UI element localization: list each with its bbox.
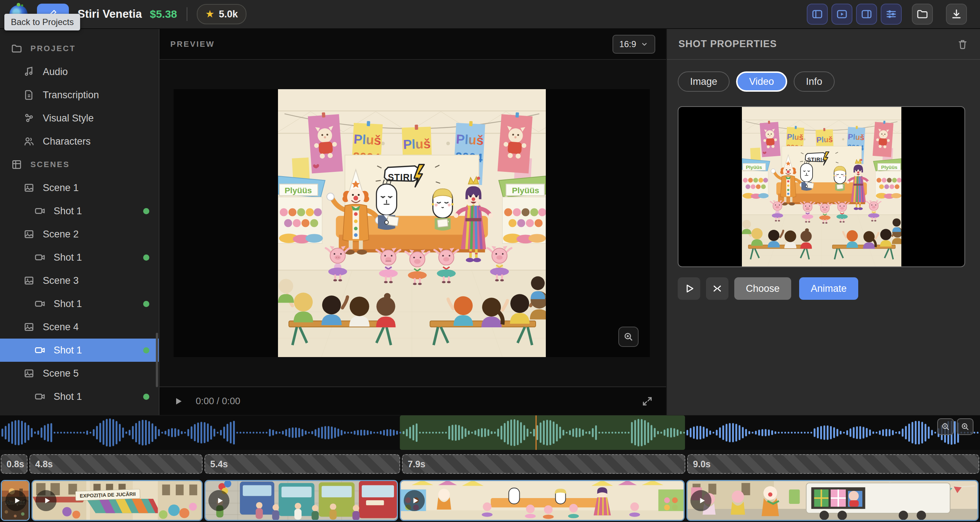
panel-right-icon	[861, 8, 873, 20]
shot-video-thumbnail[interactable]	[678, 106, 965, 267]
sidebar-item-scene-1[interactable]: Scene 1	[0, 176, 159, 199]
trim-icon	[712, 283, 723, 294]
sidebar-item-scene-4-shot-1[interactable]: Shot 1	[0, 339, 159, 362]
clip-play-overlay[interactable]	[35, 490, 57, 511]
sidebar-item-scene-2[interactable]: Scene 2	[0, 223, 159, 246]
tab-info[interactable]: Info	[794, 72, 835, 92]
panel-left-icon	[811, 8, 823, 20]
sidebar-item-scene-1-shot-1[interactable]: Shot 1	[0, 199, 159, 223]
sidebar-item-scene-3-shot-1[interactable]: Shot 1	[0, 292, 159, 315]
topbar-divider	[187, 7, 188, 21]
sidebar: PROJECT Audio Transcription Visual Style…	[0, 29, 159, 415]
sidebar-item-scene-3[interactable]: Scene 3	[0, 269, 159, 292]
play-button[interactable]	[172, 396, 183, 407]
choose-button[interactable]: Choose	[734, 277, 791, 300]
timeline-zoom-out-button[interactable]	[937, 419, 954, 435]
segment-3[interactable]: 5.4s	[204, 454, 400, 474]
download-icon	[950, 8, 963, 20]
image-icon	[23, 321, 35, 333]
clip-play-overlay[interactable]	[5, 490, 27, 511]
folder-icon	[11, 43, 22, 54]
segment-2[interactable]: 4.8s	[29, 454, 203, 474]
toggle-timeline-panel-button[interactable]	[881, 4, 902, 25]
toggle-left-panel-button[interactable]	[807, 4, 828, 25]
video-camera-icon	[34, 298, 46, 310]
clip-play-overlay[interactable]	[208, 490, 229, 511]
play-icon	[697, 496, 706, 505]
segment-1[interactable]: 0.8s	[1, 454, 27, 474]
toggle-right-panel-button[interactable]	[856, 4, 877, 25]
shot-properties-tabs: Image Video Info	[678, 72, 969, 92]
preview-title: PREVIEW	[170, 40, 215, 49]
shot-properties-title: SHOT PROPERTIES	[678, 38, 777, 50]
fullscreen-button[interactable]	[641, 395, 653, 407]
video-camera-icon	[34, 391, 46, 403]
shot-properties-header: SHOT PROPERTIES	[667, 29, 980, 60]
star-icon: ★	[205, 9, 215, 19]
clip-toy-expo-street[interactable]: EXPOZIȚIA DE JUCĂRII	[32, 480, 203, 521]
sidebar-item-characters[interactable]: Characters	[0, 130, 159, 153]
status-dot	[143, 301, 149, 307]
users-icon	[23, 135, 35, 147]
video-camera-icon	[34, 344, 46, 356]
app-window: Back to Projects Stiri Venetia $5.38 ★ 5…	[0, 0, 980, 522]
sidebar-scrollbar[interactable]	[156, 333, 158, 387]
sidebar-item-audio[interactable]: Audio	[0, 60, 159, 83]
image-icon	[23, 228, 35, 240]
audio-waveform[interactable]	[0, 415, 980, 450]
top-bar: Back to Projects Stiri Venetia $5.38 ★ 5…	[0, 0, 980, 29]
project-files-button[interactable]	[912, 4, 933, 25]
clip-play-overlay[interactable]	[690, 490, 711, 511]
credits-badge[interactable]: ★ 5.0k	[197, 4, 247, 24]
tab-image[interactable]: Image	[678, 72, 730, 92]
sidebar-item-scene-5-shot-1[interactable]: Shot 1	[0, 385, 159, 408]
aspect-ratio-select[interactable]: 16:9	[612, 35, 655, 54]
shot-properties-panel: SHOT PROPERTIES Image Video Info Choose …	[666, 29, 980, 415]
project-budget: $5.38	[150, 8, 177, 20]
back-to-projects-tooltip: Back to Projects	[4, 14, 80, 30]
magnifier-plus-icon	[961, 422, 970, 431]
style-dots-icon	[23, 112, 35, 124]
segment-4[interactable]: 7.9s	[402, 454, 685, 474]
preview-stage[interactable]	[173, 89, 650, 357]
sidebar-item-transcription[interactable]: Transcription	[0, 83, 159, 107]
credits-count: 5.0k	[219, 9, 238, 20]
animate-button[interactable]: Animate	[799, 277, 858, 300]
trim-shot-button[interactable]	[706, 277, 729, 300]
sidebar-item-scene-4[interactable]: Scene 4	[0, 315, 159, 339]
playback-time: 0:00 / 0:00	[196, 395, 240, 407]
sidebar-item-scene-5[interactable]: Scene 5	[0, 362, 159, 385]
video-camera-icon	[34, 205, 46, 217]
image-icon	[23, 368, 35, 379]
play-icon	[215, 496, 224, 505]
status-dot	[143, 255, 149, 261]
status-dot	[143, 394, 149, 400]
delete-shot-button[interactable]	[957, 38, 969, 50]
segment-5[interactable]: 9.0s	[687, 454, 979, 474]
magnifier-plus-icon	[623, 331, 634, 342]
sidebar-section-project: PROJECT	[0, 37, 159, 60]
shot-video-frame	[742, 107, 901, 266]
timeline-zoom-in-button[interactable]	[957, 419, 974, 435]
sidebar-section-scenes: SCENES	[0, 153, 159, 176]
clip-buses-arrival[interactable]	[204, 480, 398, 521]
clip-truck-loading[interactable]	[686, 480, 978, 521]
clip-fair-stage-show[interactable]	[400, 480, 685, 521]
clip-play-overlay[interactable]	[404, 490, 425, 511]
clip-venice-sunset[interactable]: Alte știri	[1, 480, 30, 521]
sidebar-item-scene-2-shot-1[interactable]: Shot 1	[0, 246, 159, 269]
play-icon	[12, 496, 21, 505]
playhead[interactable]	[536, 415, 537, 450]
sidebar-item-visual-style[interactable]: Visual Style	[0, 107, 159, 130]
play-icon	[42, 496, 51, 505]
zoom-preview-button[interactable]	[618, 326, 639, 347]
magnifier-minus-icon	[941, 422, 950, 431]
main-area: PROJECT Audio Transcription Visual Style…	[0, 29, 980, 415]
panel-play-icon	[836, 8, 848, 20]
grid-icon	[11, 159, 22, 170]
toggle-preview-panel-button[interactable]	[831, 4, 853, 25]
status-dot	[143, 208, 149, 214]
tab-video[interactable]: Video	[736, 72, 787, 92]
export-download-button[interactable]	[946, 4, 967, 25]
play-shot-button[interactable]	[678, 277, 700, 300]
